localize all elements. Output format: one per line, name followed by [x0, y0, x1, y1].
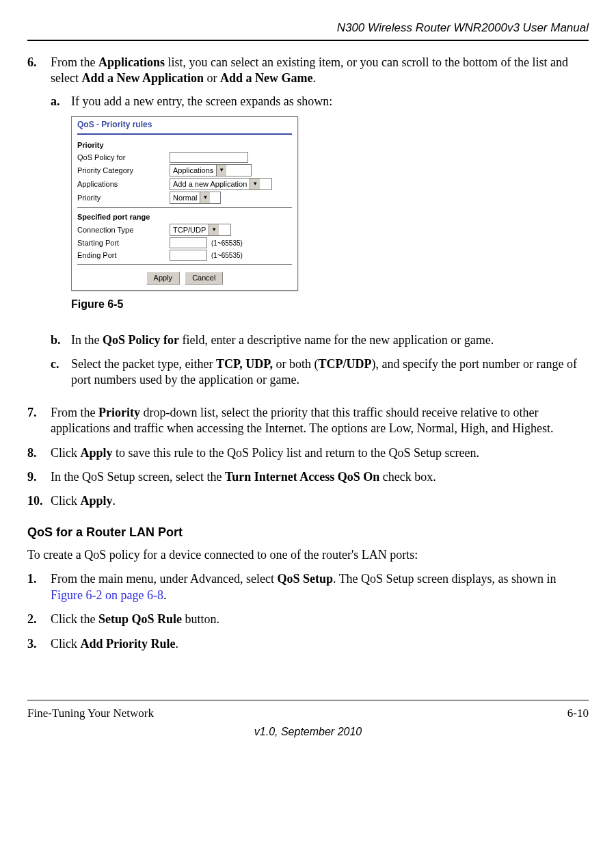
footer-version: v1.0, September 2010: [27, 725, 589, 739]
label-priority: Priority: [77, 193, 170, 202]
lan-steps: 1. From the main menu, under Advanced, s…: [27, 571, 589, 652]
ending-port-hint: (1~65535): [211, 251, 243, 260]
step-6a-marker: a.: [51, 94, 71, 324]
panel-title: QoS - Priority rules: [72, 117, 297, 132]
input-qos-policy-for[interactable]: [170, 152, 248, 163]
header-rule: [27, 40, 589, 41]
step-6c-marker: c.: [51, 356, 71, 389]
label-priority-category: Priority Category: [77, 166, 170, 175]
qos-priority-rules-panel: QoS - Priority rules Priority QoS Policy…: [71, 116, 298, 290]
figure-6-2-link[interactable]: Figure 6-2 on page 6-8: [51, 588, 163, 602]
chevron-down-icon: ▼: [216, 165, 226, 176]
step-6-text: From the Applications list, you can sele…: [51, 55, 589, 87]
select-priority-category[interactable]: Applications ▼: [170, 164, 252, 176]
footer-rule: [27, 700, 589, 700]
chevron-down-icon: ▼: [250, 179, 260, 189]
panel-title-rule: [77, 133, 292, 135]
section-heading-qos-lan: QoS for a Router LAN Port: [27, 525, 589, 540]
figure-6-5: QoS - Priority rules Priority QoS Policy…: [71, 116, 589, 311]
label-ending-port: Ending Port: [77, 250, 170, 260]
step-6a-text: If you add a new entry, the screen expan…: [71, 94, 589, 109]
label-applications: Applications: [77, 179, 170, 189]
input-starting-port[interactable]: [170, 237, 207, 248]
step-7-marker: 7.: [27, 405, 51, 437]
priority-heading: Priority: [72, 139, 297, 151]
panel-divider-2: [77, 264, 292, 265]
select-applications[interactable]: Add a new Application ▼: [170, 178, 272, 190]
chevron-down-icon: ▼: [200, 192, 210, 203]
panel-divider: [77, 207, 292, 208]
step-6b-marker: b.: [51, 332, 71, 348]
step-6b-text: In the QoS Policy for field, enter a des…: [71, 332, 589, 348]
step-9-marker: 9.: [27, 469, 51, 485]
step-8-marker: 8.: [27, 445, 51, 461]
footer-right-page-number: 6-10: [567, 706, 589, 721]
lan-intro-text: To create a QoS policy for a device conn…: [27, 547, 589, 563]
lan-step-1-marker: 1.: [27, 571, 51, 603]
chevron-down-icon: ▼: [209, 224, 219, 235]
step-6-marker: 6.: [27, 55, 51, 397]
footer-left: Fine-Tuning Your Network: [27, 706, 154, 721]
step-9-text: In the QoS Setup screen, select the Turn…: [51, 469, 589, 485]
step-7-text: From the Priority drop-down list, select…: [51, 405, 589, 437]
step-6-substeps: a. If you add a new entry, the screen ex…: [51, 94, 589, 389]
lan-step-1-text: From the main menu, under Advanced, sele…: [51, 571, 589, 603]
step-10-marker: 10.: [27, 493, 51, 509]
page-footer: Fine-Tuning Your Network 6-10 v1.0, Sept…: [27, 700, 589, 739]
starting-port-hint: (1~65535): [211, 239, 243, 248]
step-10-text: Click Apply.: [51, 493, 589, 509]
step-6c-text: Select the packet type, either TCP, UDP,…: [71, 356, 589, 389]
input-ending-port[interactable]: [170, 250, 207, 261]
lan-step-3-text: Click Add Priority Rule.: [51, 636, 589, 652]
lan-step-3-marker: 3.: [27, 636, 51, 652]
step-8-text: Click Apply to save this rule to the QoS…: [51, 445, 589, 461]
label-connection-type: Connection Type: [77, 225, 170, 235]
main-steps: 6. From the Applications list, you can s…: [27, 55, 589, 510]
select-connection-type[interactable]: TCP/UDP ▼: [170, 224, 231, 236]
apply-button[interactable]: Apply: [146, 272, 180, 284]
cancel-button[interactable]: Cancel: [185, 272, 223, 284]
figure-caption: Figure 6-5: [71, 298, 589, 312]
lan-step-2-marker: 2.: [27, 612, 51, 627]
label-qos-policy-for: QoS Policy for: [77, 153, 170, 162]
select-priority[interactable]: Normal ▼: [170, 192, 221, 204]
label-starting-port: Starting Port: [77, 238, 170, 248]
lan-step-2-text: Click the Setup QoS Rule button.: [51, 612, 589, 627]
page-header-title: N300 Wireless Router WNR2000v3 User Manu…: [27, 21, 589, 36]
specified-port-range-heading: Specified port range: [72, 211, 297, 223]
